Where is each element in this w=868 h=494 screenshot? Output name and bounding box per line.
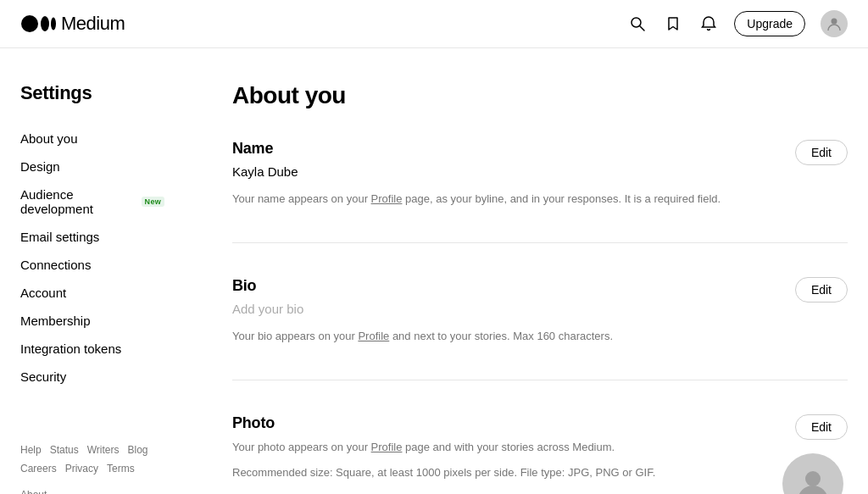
bio-content: Bio Add your bio Your bio appears on you…	[232, 277, 758, 346]
app-header: Medium Upgrade	[0, 0, 868, 48]
footer-privacy-link[interactable]: Privacy	[65, 460, 98, 479]
sidebar-label-integration-tokens: Integration tokens	[20, 341, 121, 356]
bio-value: Add your bio	[232, 302, 758, 316]
bio-label: Bio	[232, 277, 758, 295]
page-title: About you	[232, 82, 848, 109]
footer-about-link[interactable]: About	[20, 486, 47, 494]
bio-profile-link[interactable]: Profile	[358, 330, 389, 342]
footer-writers-link[interactable]: Writers	[87, 441, 120, 460]
photo-profile-link[interactable]: Profile	[371, 441, 403, 453]
photo-desc-text-2: page and with your stories across Medium…	[402, 441, 615, 453]
settings-main-content: About you Name Kayla Dube Your name appe…	[181, 82, 848, 494]
footer-help-link[interactable]: Help	[20, 441, 42, 460]
bio-section: Bio Add your bio Your bio appears on you…	[232, 277, 848, 380]
name-profile-link[interactable]: Profile	[371, 192, 403, 205]
name-section: Name Kayla Dube Your name appears on you…	[232, 140, 848, 243]
svg-point-1	[41, 16, 49, 31]
sidebar-label-audience-development: Audience development	[20, 187, 136, 216]
settings-sidebar: Settings About you Design Audience devel…	[20, 82, 181, 494]
medium-logo-icon	[20, 14, 56, 33]
sidebar-item-audience-development[interactable]: Audience development New	[20, 180, 164, 223]
user-avatar[interactable]	[821, 10, 848, 37]
name-description: Your name appears on your Profile page, …	[232, 191, 758, 208]
name-value: Kayla Dube	[232, 164, 758, 179]
footer-blog-link[interactable]: Blog	[128, 441, 148, 460]
sidebar-label-account: Account	[20, 286, 66, 300]
svg-point-2	[51, 18, 56, 31]
bio-desc-text-1: Your bio appears on your	[232, 330, 358, 342]
sidebar-label-security: Security	[20, 369, 66, 384]
footer-careers-link[interactable]: Careers	[20, 460, 57, 479]
upgrade-button[interactable]: Upgrade	[734, 11, 805, 36]
sidebar-label-email-settings: Email settings	[20, 230, 99, 244]
header-left: Medium	[20, 13, 125, 35]
svg-point-5	[832, 19, 837, 25]
photo-avatar	[782, 453, 843, 494]
sidebar-item-connections[interactable]: Connections	[20, 251, 164, 279]
photo-desc-text-1: Your photo appears on your	[232, 441, 371, 453]
avatar-placeholder-icon	[794, 465, 832, 494]
sidebar-item-account[interactable]: Account	[20, 279, 164, 307]
sidebar-nav: About you Design Audience development Ne…	[20, 125, 164, 391]
page-layout: Settings About you Design Audience devel…	[0, 48, 868, 494]
photo-content: Photo Your photo appears on your Profile…	[232, 414, 758, 483]
sidebar-label-design: Design	[20, 159, 60, 174]
photo-edit-button[interactable]: Edit	[795, 414, 848, 440]
bookmark-icon[interactable]	[663, 14, 683, 34]
search-icon[interactable]	[627, 14, 648, 34]
name-desc-text-2: page, as your byline, and in your respon…	[402, 192, 721, 205]
sidebar-label-about-you: About you	[20, 131, 78, 146]
svg-point-0	[21, 15, 38, 32]
sidebar-item-integration-tokens[interactable]: Integration tokens	[20, 335, 164, 363]
svg-line-4	[640, 26, 644, 31]
name-content: Name Kayla Dube Your name appears on you…	[232, 140, 758, 208]
footer-row-1: Help Status Writers Blog	[20, 441, 164, 460]
footer-terms-link[interactable]: Terms	[107, 460, 135, 479]
sidebar-item-about-you[interactable]: About you	[20, 125, 164, 153]
medium-wordmark: Medium	[61, 13, 125, 35]
photo-description-2: Recommended size: Square, at least 1000 …	[232, 464, 758, 482]
sidebar-item-security[interactable]: Security	[20, 363, 164, 391]
notifications-icon[interactable]	[698, 14, 719, 34]
new-badge: New	[142, 197, 164, 207]
sidebar-label-connections: Connections	[20, 258, 91, 272]
name-edit-button[interactable]: Edit	[795, 140, 848, 165]
medium-logo[interactable]: Medium	[20, 13, 125, 35]
sidebar-item-email-settings[interactable]: Email settings	[20, 223, 164, 251]
sidebar-footer: Help Status Writers Blog Careers Privacy…	[20, 441, 164, 494]
bio-edit-button[interactable]: Edit	[795, 277, 848, 303]
name-desc-text-1: Your name appears on your	[232, 192, 371, 205]
svg-point-3	[632, 18, 641, 27]
sidebar-item-membership[interactable]: Membership	[20, 307, 164, 335]
photo-label: Photo	[232, 414, 758, 432]
footer-status-link[interactable]: Status	[50, 441, 79, 460]
svg-point-6	[805, 471, 821, 486]
photo-description-1: Your photo appears on your Profile page …	[232, 439, 758, 457]
sidebar-label-membership: Membership	[20, 314, 91, 328]
footer-row-2: Careers Privacy Terms About	[20, 460, 164, 494]
header-right: Upgrade	[627, 10, 848, 37]
sidebar-title: Settings	[20, 82, 164, 104]
photo-right: Edit	[778, 414, 848, 494]
name-label: Name	[232, 140, 758, 158]
photo-section: Photo Your photo appears on your Profile…	[232, 414, 848, 494]
sidebar-item-design[interactable]: Design	[20, 153, 164, 180]
bio-description: Your bio appears on your Profile and nex…	[232, 328, 758, 346]
bio-desc-text-2: and next to your stories. Max 160 charac…	[389, 330, 613, 342]
